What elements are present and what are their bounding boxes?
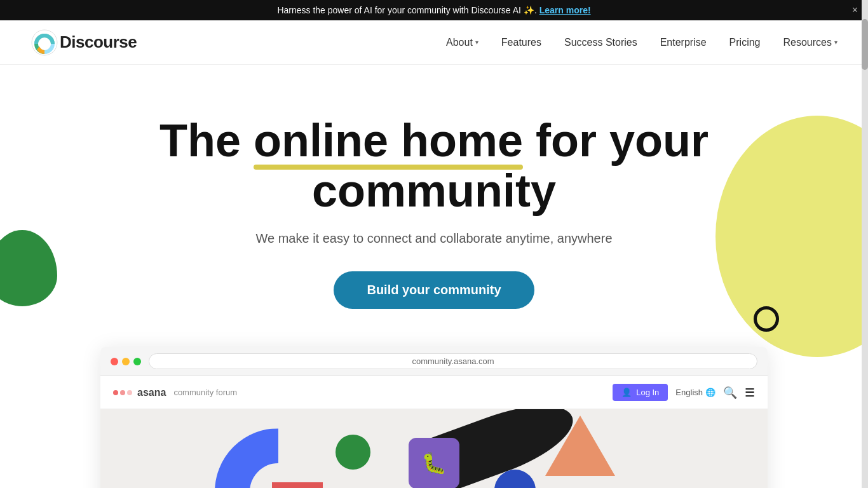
fc-arrow: → [227, 484, 245, 488]
decorative-circle-outline [754, 306, 779, 332]
nav-link-success-stories[interactable]: Success Stories [564, 37, 637, 48]
nav-item-success-stories[interactable]: Success Stories [564, 37, 637, 48]
hero-title: The online home for your community [85, 116, 783, 216]
asana-logo: asana community forum [113, 387, 237, 398]
banner-link[interactable]: Learn more! [539, 5, 591, 15]
nav-item-resources[interactable]: Resources ▾ [783, 37, 837, 48]
nav-link-pricing[interactable]: Pricing [729, 37, 761, 48]
nav-links: About ▾ Features Success Stories Enterpr… [446, 37, 837, 48]
banner-text: Harness the power of AI for your communi… [277, 5, 539, 15]
chevron-down-icon: ▾ [475, 39, 478, 46]
adot3 [127, 390, 132, 395]
browser-mockup: community.asana.com asana community foru… [100, 347, 768, 488]
nav-link-about[interactable]: About ▾ [446, 37, 478, 48]
asana-forum-subtitle: community forum [173, 388, 237, 397]
menu-icon[interactable]: ☰ [745, 386, 755, 400]
fc-bug-box: 🐛 [409, 438, 459, 488]
forum-actions: 👤 Log In English 🌐 🔍 ☰ [613, 384, 755, 401]
discourse-logo-icon [31, 29, 58, 57]
nav-item-about[interactable]: About ▾ [446, 37, 478, 48]
search-icon[interactable]: 🔍 [723, 386, 737, 400]
forum-topbar: asana community forum 👤 Log In English 🌐… [100, 376, 768, 409]
bug-icon: 🐛 [421, 451, 447, 475]
nav-link-resources[interactable]: Resources ▾ [783, 37, 837, 48]
nav-item-features[interactable]: Features [501, 37, 541, 48]
nav-item-enterprise[interactable]: Enterprise [660, 37, 707, 48]
dot-red [111, 358, 118, 365]
browser-dots [111, 358, 141, 365]
nav-link-features[interactable]: Features [501, 37, 541, 48]
decorative-green-shape [0, 230, 57, 306]
fc-orange-tri [545, 416, 615, 476]
fc-green-circle [336, 435, 370, 470]
forum-login-button[interactable]: 👤 Log In [613, 384, 668, 401]
adot2 [120, 390, 125, 395]
hero-section: The online home for your community We ma… [0, 65, 868, 488]
language-selector[interactable]: English 🌐 [675, 388, 715, 397]
logo[interactable]: Discourse [31, 29, 137, 57]
scrollbar-thumb[interactable] [862, 19, 868, 70]
globe-icon: 🌐 [705, 388, 715, 397]
forum-content-area: 🐛 → [100, 409, 768, 488]
navbar: Discourse About ▾ Features Success Stori… [0, 20, 868, 65]
scrollbar[interactable] [862, 0, 868, 488]
banner-close-icon[interactable]: × [852, 4, 858, 16]
fc-blue-arc [215, 428, 342, 488]
top-banner: Harness the power of AI for your communi… [0, 0, 868, 20]
adot1 [113, 390, 118, 395]
dot-green [133, 358, 141, 365]
fc-red-rect [272, 482, 323, 488]
hero-subtitle: We make it easy to connect and collabora… [243, 231, 625, 246]
cta-button[interactable]: Build your community [334, 271, 534, 309]
asana-logo-dots [113, 390, 132, 395]
browser-url[interactable]: community.asana.com [149, 353, 757, 369]
nav-link-enterprise[interactable]: Enterprise [660, 37, 707, 48]
logo-text: Discourse [60, 32, 137, 52]
chevron-down-icon-resources: ▾ [834, 39, 837, 46]
dot-yellow [122, 358, 130, 365]
asana-forum-name: asana [137, 387, 166, 398]
browser-bar: community.asana.com [100, 347, 768, 376]
hero-title-underline: online home [254, 116, 523, 166]
nav-item-pricing[interactable]: Pricing [729, 37, 761, 48]
